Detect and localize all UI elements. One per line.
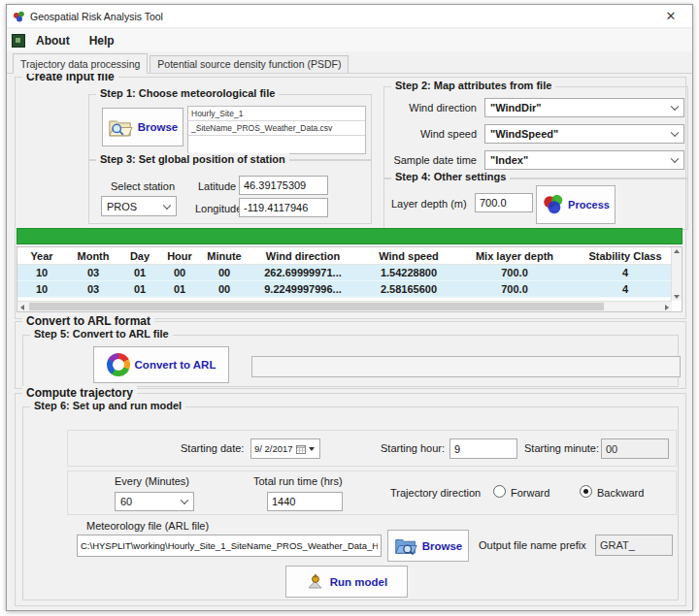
scroll-up-icon[interactable] [674, 249, 680, 253]
table-row[interactable]: 10 03 01 01 00 9.2249997996... 2.5816560… [17, 281, 682, 298]
chevron-down-icon [671, 102, 679, 110]
latitude-field[interactable] [239, 176, 328, 195]
latitude-label: Latitude [198, 180, 236, 192]
dropdown-arrow-icon [309, 447, 315, 451]
browse-arl-file-label: Browse [422, 540, 463, 552]
step6-title: Step 6: Set up and run model [30, 400, 185, 411]
table-cell: 00 [200, 283, 249, 295]
table-cell: 4 [569, 267, 682, 278]
table-header-cell[interactable]: Year [17, 250, 66, 262]
backward-radio[interactable] [580, 485, 592, 498]
sample-date-time-dropdown[interactable]: "Index" [484, 150, 684, 170]
table-header-cell[interactable]: Stability Class [569, 250, 682, 262]
select-station-label: Select station [111, 180, 175, 192]
step5-title: Step 5: Convert to ARL file [30, 328, 173, 340]
process-label: Process [568, 199, 610, 211]
menu-bar: About Help [7, 29, 692, 51]
forward-radio[interactable] [493, 485, 506, 498]
convert-to-arl-label: Convert to ARL [135, 359, 216, 371]
table-cell: 00 [200, 267, 249, 278]
met-arl-file-label: Meteorology file (ARL file) [86, 520, 209, 532]
convert-to-arl-button[interactable]: Convert to ARL [93, 346, 229, 383]
starting-date-picker[interactable]: 9/ 2/2017 [250, 438, 320, 459]
total-run-time-field[interactable] [267, 492, 343, 511]
table-header-cell[interactable]: Mix layer depth [460, 250, 569, 262]
wind-direction-dropdown[interactable]: "WindDir" [484, 98, 684, 117]
starting-date-value: 9/ 2/2017 [254, 443, 293, 454]
run-settings-panel: Every (Minutes) 60 Total run time (hrs) … [67, 470, 677, 515]
process-button[interactable]: Process [536, 185, 616, 224]
table-cell: 03 [66, 283, 120, 295]
title-bar: Geospatial Risk Analysis Tool ✕ [7, 5, 692, 28]
scroll-left-icon[interactable] [20, 305, 24, 310]
table-header-cell[interactable]: Month [66, 250, 120, 262]
table-row[interactable]: 10 03 01 00 00 262.69999971... 1.5422880… [17, 265, 682, 281]
output-prefix-label: Output file name prefix [479, 539, 586, 551]
browse-arl-file-button[interactable]: Browse [387, 530, 469, 562]
run-model-button[interactable]: Run model [285, 566, 408, 598]
table-header-cell[interactable]: Day [120, 250, 159, 262]
menu-about[interactable]: About [27, 32, 79, 49]
backward-radio-label[interactable]: Backward [597, 487, 644, 499]
window-title: Geospatial Risk Analysis Tool [30, 11, 163, 22]
process-progress-bar [17, 228, 682, 244]
wind-speed-label: Wind speed [383, 128, 477, 140]
calendar-icon [296, 444, 306, 454]
table-cell: 10 [17, 267, 66, 278]
wind-direction-value: "WindDir" [490, 102, 542, 113]
table-cell: 700.0 [460, 283, 569, 295]
browse-met-file-button[interactable]: Browse [102, 108, 183, 146]
convert-arl-title: Convert to ARL format [22, 314, 154, 328]
sample-date-time-label: Sample date time [383, 154, 477, 166]
table-cell: 262.69999971... [249, 267, 357, 278]
step2-title: Step 2: Map attributes from file [391, 80, 555, 91]
table-cell: 700.0 [460, 267, 569, 278]
table-cell: 10 [17, 283, 66, 295]
scrollbar-thumb[interactable] [29, 303, 604, 310]
output-prefix-field[interactable] [595, 535, 673, 556]
table-vertical-scrollbar[interactable] [671, 247, 682, 301]
run-model-icon [306, 572, 325, 592]
longitude-field[interactable] [239, 198, 328, 217]
chevron-down-icon [181, 496, 188, 503]
total-run-time-label: Total run time (hrs) [253, 475, 343, 487]
step1-title: Step 1: Choose meteorological file [96, 87, 279, 99]
table-header-cell[interactable]: Hour [159, 250, 200, 262]
table-header-cell[interactable]: Minute [200, 250, 249, 262]
folder-search-icon [108, 117, 133, 138]
step4-title: Step 4: Other settings [391, 171, 510, 182]
met-arl-file-field[interactable] [77, 535, 382, 557]
app-icon [13, 10, 25, 22]
scroll-right-icon[interactable] [665, 305, 669, 310]
tab-trajectory-data-processing[interactable]: Trajectory data processing [13, 53, 148, 74]
tab-psdf[interactable]: Potential source density function (PSDF) [150, 55, 349, 74]
starting-hour-field[interactable] [449, 438, 517, 459]
convert-progress-bar [251, 356, 681, 377]
met-file-line: Hourly_Site_1 [188, 107, 365, 121]
met-file-display: Hourly_Site_1 _SiteName_PROS_Weather_Dat… [187, 106, 366, 154]
table-header-cell[interactable]: Wind direction [249, 250, 357, 262]
scroll-down-icon[interactable] [674, 295, 680, 299]
step3-title: Step 3: Set global position of station [96, 153, 289, 165]
close-icon[interactable]: ✕ [655, 6, 686, 27]
trajectory-direction-label: Trajectory direction [390, 487, 481, 499]
forward-radio-label[interactable]: Forward [511, 487, 549, 499]
browse-met-file-label: Browse [138, 121, 179, 133]
table-header-cell[interactable]: Wind speed [357, 250, 460, 262]
table-cell: 2.58165600 [357, 283, 460, 295]
starting-minute-field[interactable] [601, 438, 669, 459]
chevron-down-icon [671, 128, 679, 136]
wind-speed-dropdown[interactable]: "WindSpeed" [484, 124, 684, 144]
starting-date-label: Starting date: [181, 442, 244, 454]
layer-depth-field[interactable] [475, 193, 533, 212]
table-horizontal-scrollbar[interactable] [17, 301, 672, 311]
every-minutes-value: 60 [120, 496, 132, 507]
chevron-down-icon [163, 201, 171, 209]
table-cell: 01 [120, 267, 159, 278]
wind-speed-value: "WindSpeed" [490, 128, 558, 140]
table-cell: 03 [66, 267, 120, 278]
run-model-label: Run model [330, 576, 387, 588]
station-dropdown[interactable]: PROS [101, 196, 177, 216]
menu-help[interactable]: Help [81, 32, 123, 49]
every-minutes-dropdown[interactable]: 60 [115, 492, 194, 511]
